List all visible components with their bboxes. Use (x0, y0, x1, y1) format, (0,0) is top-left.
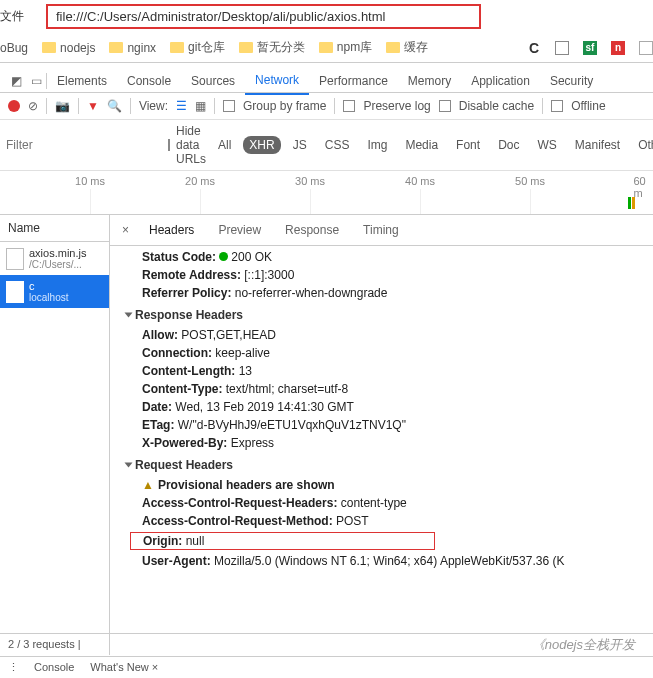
filter-icon[interactable]: ▼ (87, 99, 99, 113)
hide-urls-checkbox[interactable] (168, 139, 170, 151)
clear-icon[interactable]: ⊘ (28, 99, 38, 113)
folder-icon (170, 42, 184, 53)
device-icon[interactable]: ▭ (26, 74, 46, 88)
headers-tab[interactable]: Headers (137, 215, 206, 245)
filter-ws[interactable]: WS (531, 136, 562, 154)
filter-manifest[interactable]: Manifest (569, 136, 626, 154)
filter-media[interactable]: Media (399, 136, 444, 154)
origin-highlight: Origin: null (130, 532, 435, 550)
disable-cache-checkbox[interactable] (439, 100, 451, 112)
view-list-icon[interactable]: ☰ (176, 99, 187, 113)
ext-icon[interactable]: sf (583, 41, 597, 55)
tick: 10 ms (75, 175, 105, 187)
offline-checkbox[interactable] (551, 100, 563, 112)
filter-xhr[interactable]: XHR (243, 136, 280, 154)
ext-icon[interactable]: C (527, 41, 541, 55)
file-icon (6, 248, 24, 270)
request-headers-section[interactable]: Request Headers (122, 452, 653, 476)
filter-other[interactable]: Other (632, 136, 653, 154)
drawer-whatsnew-tab[interactable]: What's New × (90, 661, 158, 674)
hide-urls-label: Hide data URLs (176, 124, 206, 166)
preserve-label: Preserve log (363, 99, 430, 113)
record-button[interactable] (8, 100, 20, 112)
request-row[interactable]: axios.min.js/C:/Users/... (0, 242, 109, 275)
caret-icon (125, 463, 133, 468)
filter-all[interactable]: All (212, 136, 237, 154)
filter-input[interactable] (6, 138, 96, 152)
capture-icon[interactable]: 📷 (55, 99, 70, 113)
disable-label: Disable cache (459, 99, 534, 113)
bookmark-folder[interactable]: npm库 (319, 39, 372, 56)
address-bar[interactable]: file:///C:/Users/Administrator/Desktop/a… (46, 4, 481, 29)
group-label: Group by frame (243, 99, 326, 113)
bookmark-folder[interactable]: 缓存 (386, 39, 428, 56)
tab-application[interactable]: Application (461, 68, 540, 94)
group-checkbox[interactable] (223, 100, 235, 112)
ext-icon[interactable]: n (611, 41, 625, 55)
name-header[interactable]: Name (0, 215, 109, 242)
folder-icon (42, 42, 56, 53)
timeline[interactable]: 10 ms 20 ms 30 ms 40 ms 50 ms 60 m (0, 171, 653, 215)
offline-label: Offline (571, 99, 605, 113)
drawer-console-tab[interactable]: Console (34, 661, 74, 674)
warning-icon: ▲ (142, 478, 154, 492)
filter-js[interactable]: JS (287, 136, 313, 154)
timing-tab[interactable]: Timing (351, 215, 411, 245)
view-grid-icon[interactable]: ▦ (195, 99, 206, 113)
response-headers-section[interactable]: Response Headers (122, 302, 653, 326)
folder-icon (239, 42, 253, 53)
tick: 50 ms (515, 175, 545, 187)
watermark: 《nodejs全栈开发 (526, 634, 641, 656)
view-label: View: (139, 99, 168, 113)
ext-icon[interactable] (555, 41, 569, 55)
tab-sources[interactable]: Sources (181, 68, 245, 94)
tick: 60 m (634, 175, 647, 199)
tab-network[interactable]: Network (245, 67, 309, 95)
inspect-icon[interactable]: ◩ (6, 74, 26, 88)
caret-icon (125, 313, 133, 318)
filter-font[interactable]: Font (450, 136, 486, 154)
tick: 40 ms (405, 175, 435, 187)
tab-console[interactable]: Console (117, 68, 181, 94)
bookmark-folder[interactable]: nodejs (42, 41, 95, 55)
drawer-menu-icon[interactable]: ⋮ (8, 661, 18, 674)
tab-performance[interactable]: Performance (309, 68, 398, 94)
filter-img[interactable]: Img (361, 136, 393, 154)
bookmark-folder[interactable]: 暂无分类 (239, 39, 305, 56)
tab-security[interactable]: Security (540, 68, 603, 94)
bookmark-left[interactable]: oBug (0, 41, 28, 55)
search-icon[interactable]: 🔍 (107, 99, 122, 113)
file-icon (6, 281, 24, 303)
preserve-checkbox[interactable] (343, 100, 355, 112)
preview-tab[interactable]: Preview (206, 215, 273, 245)
url-scheme-label: 文件 (0, 8, 28, 25)
folder-icon (109, 42, 123, 53)
folder-icon (319, 42, 333, 53)
close-details-icon[interactable]: × (114, 217, 137, 243)
bookmark-folder[interactable]: nginx (109, 41, 156, 55)
tab-elements[interactable]: Elements (47, 68, 117, 94)
tick: 30 ms (295, 175, 325, 187)
filter-css[interactable]: CSS (319, 136, 356, 154)
ext-icon[interactable] (639, 41, 653, 55)
tick: 20 ms (185, 175, 215, 187)
bookmark-folder[interactable]: git仓库 (170, 39, 225, 56)
folder-icon (386, 42, 400, 53)
tab-memory[interactable]: Memory (398, 68, 461, 94)
request-row[interactable]: clocalhost (0, 275, 109, 308)
status-dot-icon (219, 252, 228, 261)
filter-doc[interactable]: Doc (492, 136, 525, 154)
response-tab[interactable]: Response (273, 215, 351, 245)
